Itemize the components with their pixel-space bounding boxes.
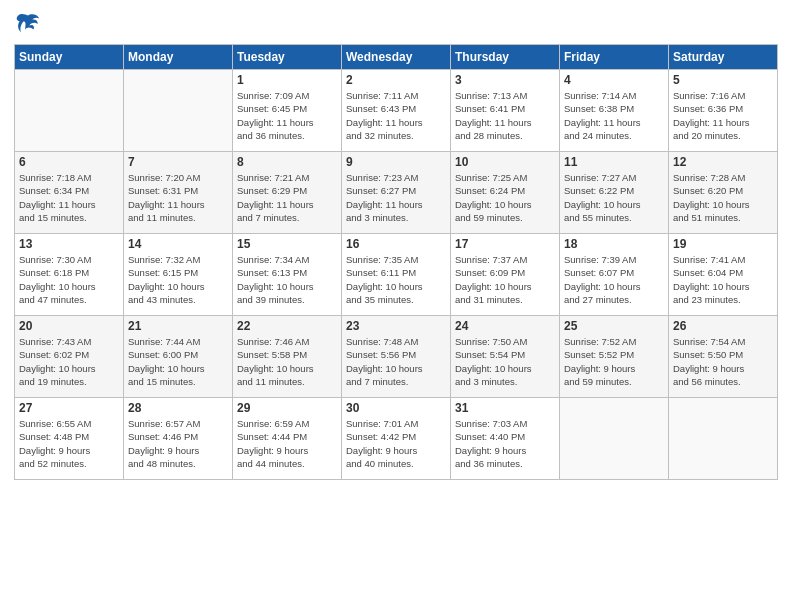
daylight-hours: Daylight: 10 hours	[128, 280, 228, 293]
day-cell: 6Sunrise: 7:18 AMSunset: 6:34 PMDaylight…	[15, 152, 124, 234]
day-info: Sunrise: 7:01 AMSunset: 4:42 PMDaylight:…	[346, 417, 446, 470]
daylight-hours: Daylight: 10 hours	[237, 280, 337, 293]
day-cell	[669, 398, 778, 480]
day-number: 28	[128, 401, 228, 415]
daylight-minutes: and 48 minutes.	[128, 457, 228, 470]
day-number: 23	[346, 319, 446, 333]
day-number: 24	[455, 319, 555, 333]
daylight-minutes: and 3 minutes.	[346, 211, 446, 224]
day-info: Sunrise: 7:37 AMSunset: 6:09 PMDaylight:…	[455, 253, 555, 306]
sunrise: Sunrise: 7:43 AM	[19, 335, 119, 348]
day-cell: 24Sunrise: 7:50 AMSunset: 5:54 PMDayligh…	[451, 316, 560, 398]
day-info: Sunrise: 7:43 AMSunset: 6:02 PMDaylight:…	[19, 335, 119, 388]
day-cell: 25Sunrise: 7:52 AMSunset: 5:52 PMDayligh…	[560, 316, 669, 398]
day-info: Sunrise: 7:50 AMSunset: 5:54 PMDaylight:…	[455, 335, 555, 388]
day-info: Sunrise: 7:41 AMSunset: 6:04 PMDaylight:…	[673, 253, 773, 306]
sunrise: Sunrise: 7:28 AM	[673, 171, 773, 184]
day-number: 5	[673, 73, 773, 87]
calendar: Sunday Monday Tuesday Wednesday Thursday…	[14, 44, 778, 480]
daylight-minutes: and 3 minutes.	[455, 375, 555, 388]
day-info: Sunrise: 7:13 AMSunset: 6:41 PMDaylight:…	[455, 89, 555, 142]
day-cell: 18Sunrise: 7:39 AMSunset: 6:07 PMDayligh…	[560, 234, 669, 316]
day-cell	[124, 70, 233, 152]
sunset: Sunset: 6:34 PM	[19, 184, 119, 197]
day-info: Sunrise: 7:52 AMSunset: 5:52 PMDaylight:…	[564, 335, 664, 388]
day-cell: 11Sunrise: 7:27 AMSunset: 6:22 PMDayligh…	[560, 152, 669, 234]
daylight-hours: Daylight: 10 hours	[564, 280, 664, 293]
day-number: 9	[346, 155, 446, 169]
sunrise: Sunrise: 7:52 AM	[564, 335, 664, 348]
daylight-minutes: and 36 minutes.	[455, 457, 555, 470]
sunrise: Sunrise: 7:50 AM	[455, 335, 555, 348]
day-cell: 30Sunrise: 7:01 AMSunset: 4:42 PMDayligh…	[342, 398, 451, 480]
day-cell: 23Sunrise: 7:48 AMSunset: 5:56 PMDayligh…	[342, 316, 451, 398]
week-row-4: 20Sunrise: 7:43 AMSunset: 6:02 PMDayligh…	[15, 316, 778, 398]
daylight-hours: Daylight: 10 hours	[19, 280, 119, 293]
week-row-5: 27Sunrise: 6:55 AMSunset: 4:48 PMDayligh…	[15, 398, 778, 480]
day-info: Sunrise: 7:18 AMSunset: 6:34 PMDaylight:…	[19, 171, 119, 224]
day-info: Sunrise: 7:09 AMSunset: 6:45 PMDaylight:…	[237, 89, 337, 142]
sunrise: Sunrise: 7:41 AM	[673, 253, 773, 266]
day-cell: 10Sunrise: 7:25 AMSunset: 6:24 PMDayligh…	[451, 152, 560, 234]
daylight-hours: Daylight: 11 hours	[455, 116, 555, 129]
daylight-minutes: and 55 minutes.	[564, 211, 664, 224]
day-info: Sunrise: 7:14 AMSunset: 6:38 PMDaylight:…	[564, 89, 664, 142]
daylight-minutes: and 15 minutes.	[19, 211, 119, 224]
sunrise: Sunrise: 7:09 AM	[237, 89, 337, 102]
day-info: Sunrise: 7:39 AMSunset: 6:07 PMDaylight:…	[564, 253, 664, 306]
day-info: Sunrise: 7:28 AMSunset: 6:20 PMDaylight:…	[673, 171, 773, 224]
sunset: Sunset: 4:40 PM	[455, 430, 555, 443]
day-number: 27	[19, 401, 119, 415]
day-number: 31	[455, 401, 555, 415]
sunrise: Sunrise: 7:44 AM	[128, 335, 228, 348]
day-cell	[15, 70, 124, 152]
sunrise: Sunrise: 7:03 AM	[455, 417, 555, 430]
daylight-hours: Daylight: 10 hours	[19, 362, 119, 375]
day-info: Sunrise: 7:35 AMSunset: 6:11 PMDaylight:…	[346, 253, 446, 306]
daylight-hours: Daylight: 11 hours	[128, 198, 228, 211]
daylight-minutes: and 39 minutes.	[237, 293, 337, 306]
day-cell: 21Sunrise: 7:44 AMSunset: 6:00 PMDayligh…	[124, 316, 233, 398]
day-number: 26	[673, 319, 773, 333]
daylight-hours: Daylight: 11 hours	[346, 198, 446, 211]
daylight-hours: Daylight: 10 hours	[455, 280, 555, 293]
col-monday: Monday	[124, 45, 233, 70]
sunset: Sunset: 4:42 PM	[346, 430, 446, 443]
sunset: Sunset: 6:36 PM	[673, 102, 773, 115]
col-thursday: Thursday	[451, 45, 560, 70]
daylight-hours: Daylight: 11 hours	[346, 116, 446, 129]
daylight-minutes: and 40 minutes.	[346, 457, 446, 470]
sunset: Sunset: 6:38 PM	[564, 102, 664, 115]
sunrise: Sunrise: 7:16 AM	[673, 89, 773, 102]
day-number: 3	[455, 73, 555, 87]
day-info: Sunrise: 7:16 AMSunset: 6:36 PMDaylight:…	[673, 89, 773, 142]
day-number: 2	[346, 73, 446, 87]
daylight-minutes: and 51 minutes.	[673, 211, 773, 224]
sunrise: Sunrise: 7:27 AM	[564, 171, 664, 184]
day-number: 12	[673, 155, 773, 169]
day-cell: 31Sunrise: 7:03 AMSunset: 4:40 PMDayligh…	[451, 398, 560, 480]
day-info: Sunrise: 7:20 AMSunset: 6:31 PMDaylight:…	[128, 171, 228, 224]
daylight-hours: Daylight: 10 hours	[673, 198, 773, 211]
day-number: 14	[128, 237, 228, 251]
daylight-hours: Daylight: 10 hours	[346, 280, 446, 293]
daylight-minutes: and 44 minutes.	[237, 457, 337, 470]
sunset: Sunset: 4:44 PM	[237, 430, 337, 443]
day-info: Sunrise: 7:46 AMSunset: 5:58 PMDaylight:…	[237, 335, 337, 388]
sunrise: Sunrise: 7:25 AM	[455, 171, 555, 184]
day-number: 6	[19, 155, 119, 169]
day-info: Sunrise: 7:32 AMSunset: 6:15 PMDaylight:…	[128, 253, 228, 306]
daylight-hours: Daylight: 9 hours	[128, 444, 228, 457]
daylight-minutes: and 20 minutes.	[673, 129, 773, 142]
sunset: Sunset: 6:13 PM	[237, 266, 337, 279]
daylight-hours: Daylight: 10 hours	[455, 362, 555, 375]
sunrise: Sunrise: 7:48 AM	[346, 335, 446, 348]
day-number: 10	[455, 155, 555, 169]
daylight-minutes: and 15 minutes.	[128, 375, 228, 388]
daylight-minutes: and 59 minutes.	[564, 375, 664, 388]
sunset: Sunset: 6:15 PM	[128, 266, 228, 279]
sunrise: Sunrise: 7:21 AM	[237, 171, 337, 184]
day-info: Sunrise: 7:25 AMSunset: 6:24 PMDaylight:…	[455, 171, 555, 224]
daylight-hours: Daylight: 9 hours	[237, 444, 337, 457]
day-number: 30	[346, 401, 446, 415]
